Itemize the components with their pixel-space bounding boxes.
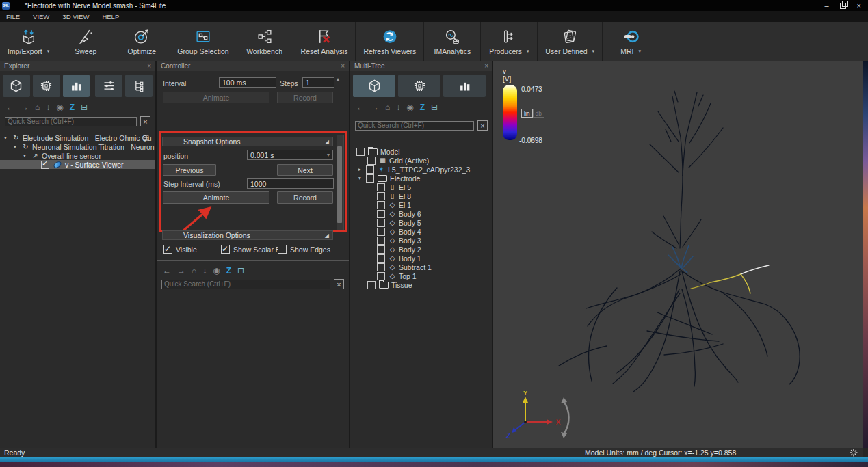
tab-simulation[interactable] [33,75,60,97]
section-collapse-icon[interactable]: ◢ [325,139,329,145]
toolbar-mri[interactable]: MRI▾ [603,22,659,61]
zoom-z-icon[interactable]: Z [70,103,75,112]
tree-row-surface-viewer[interactable]: v - Surface Viewer [0,160,155,169]
dropdown-caret-icon[interactable]: ▾ [527,49,529,54]
toolbar-workbench[interactable]: Workbench [237,22,293,61]
tree-row-el1[interactable]: ◇ El 1 [350,200,492,209]
zoom-z-icon[interactable]: Z [226,266,231,276]
section-collapse-icon[interactable]: ◢ [325,232,329,239]
down-icon[interactable]: ↓ [202,266,207,276]
tree-row-neuronal-simulation[interactable]: ▾ ↻ Neuronal Simulation Titration - Neur… [0,142,155,151]
tree-row-model[interactable]: Model [350,147,492,156]
previous-button[interactable]: Previous [163,164,216,176]
restore-button[interactable] [840,3,846,9]
visibility-checkbox[interactable] [366,165,374,174]
tree-row-neuron-model[interactable]: ▸ ✶ L5_TTPC2_cADpyr232_3 [350,165,492,174]
forward-icon[interactable]: → [371,103,379,112]
toolbar-refresh-viewers[interactable]: Refresh Viewers [356,22,424,61]
clear-search-icon[interactable]: × [334,279,344,289]
toolbar-producers[interactable]: Producers▾ [481,22,538,61]
toolbar-imanalytics[interactable]: IMAnalytics [424,22,481,61]
visibility-checkbox[interactable] [41,161,49,169]
panel-close-icon[interactable]: × [484,62,488,70]
explorer-search-input[interactable] [5,117,137,126]
expand-icon[interactable]: ▾ [14,144,21,150]
tree-row-body6[interactable]: ◇ Body 6 [350,209,492,218]
tab-analysis[interactable] [443,75,486,97]
visibility-checkbox[interactable] [367,281,376,289]
controller-scrollbar[interactable] [337,135,344,230]
snapshot-animate-button[interactable]: Animate [163,191,269,204]
home-icon[interactable]: ⌂ [35,103,40,112]
tree-row-line-sensor[interactable]: ▾ ↗ Overall line sensor [0,151,155,160]
tree-row-body2[interactable]: ◇ Body 2 [350,245,492,254]
menu-help[interactable]: HELP [102,13,119,21]
tree-row-body1[interactable]: ◇ Body 1 [350,254,492,263]
forward-icon[interactable]: → [177,266,185,276]
snapshot-options-header[interactable]: Snapshot Options ◢ [162,137,333,146]
tree-row-grid[interactable]: ▦ Grid (Active) [350,156,492,165]
expand-icon[interactable]: ▾ [4,135,12,141]
tree-row-electrode-simulation[interactable]: ▾ ↻ Electrode Simulation - Electro Ohmic… [0,133,155,142]
visibility-checkbox[interactable] [367,157,376,165]
tab-properties[interactable] [95,75,122,97]
visualization-options-header[interactable]: Visualization Options ◢ [162,230,333,240]
snapshot-record-button[interactable]: Record [277,191,333,204]
visibility-checkbox[interactable] [377,201,385,209]
viewport-3d[interactable]: v [V] 0.0473 lin db -0.0698 Y X [493,61,863,448]
visibility-checkbox[interactable] [377,237,385,245]
expand-icon[interactable]: ▾ [23,152,31,159]
show-edges-checkbox-row[interactable]: Show Edges [278,245,330,254]
scale-lin-button[interactable]: lin [521,109,533,118]
tree-row-body3[interactable]: ◇ Body 3 [350,236,492,245]
visibility-checkbox[interactable] [377,228,385,236]
tree-row-top1[interactable]: ◇ Top 1 [350,271,492,280]
toolbar-reset-analysis[interactable]: Reset Analysis [293,22,356,61]
tree-row-body5[interactable]: ◇ Body 5 [350,218,492,227]
multitree-search-input[interactable] [355,121,474,131]
visibility-checkbox[interactable] [377,254,385,263]
tab-hierarchy[interactable] [125,75,153,97]
visibility-checkbox[interactable] [377,245,385,254]
clear-search-icon[interactable]: × [477,120,488,131]
dropdown-caret-icon[interactable]: ▾ [592,49,595,54]
expand-icon[interactable]: ▸ [358,166,366,172]
down-icon[interactable]: ↓ [396,103,400,112]
back-icon[interactable]: ← [163,266,171,276]
expand-icon[interactable]: ▾ [358,175,366,181]
box-minus-icon[interactable]: ⊟ [431,103,438,112]
next-button[interactable]: Next [277,164,333,176]
close-button[interactable]: × [857,2,861,9]
eye-icon[interactable]: ◉ [406,103,413,112]
clear-search-icon[interactable]: × [140,116,150,126]
toolbar-imp-export[interactable]: Imp/Export▾ [0,22,57,61]
toolbar-optimize[interactable]: Optimize [114,22,170,61]
tree-row-body4[interactable]: ◇ Body 4 [350,227,492,236]
visibility-checkbox[interactable] [377,183,385,191]
interval-input[interactable] [219,77,276,88]
home-icon[interactable]: ⌂ [192,266,196,276]
menu-view[interactable]: VIEW [33,13,49,21]
steps-input[interactable] [302,77,334,88]
tree-row-el8[interactable]: ▯ El 8 [350,191,492,200]
visibility-checkbox[interactable] [377,192,385,200]
eye-icon[interactable]: ◉ [56,103,63,112]
tab-model-3d[interactable] [3,75,30,97]
scalar-bar-checkbox[interactable] [221,245,230,254]
tree-row-subtract1[interactable]: ◇ Subtract 1 [350,263,492,271]
zoom-z-icon[interactable]: Z [420,103,425,112]
visible-checkbox[interactable] [163,245,172,254]
toolbar-user-defined[interactable]: User Defined▾ [538,22,603,61]
menu-file[interactable]: FILE [6,13,20,21]
position-dropdown[interactable]: 0.001 s ▾ [247,150,333,160]
tree-row-tissue[interactable]: Tissue [350,280,492,289]
box-minus-icon[interactable]: ⊟ [237,266,244,276]
forward-icon[interactable]: → [21,103,29,112]
home-icon[interactable]: ⌂ [385,103,390,112]
tree-row-el5[interactable]: ▯ El 5 [350,183,492,191]
panel-close-icon[interactable]: × [147,62,151,70]
eye-icon[interactable]: ◉ [213,266,220,276]
toolbar-group-selection[interactable]: Group Selection [170,22,236,61]
step-interval-input[interactable] [247,178,334,189]
back-icon[interactable]: ← [356,103,365,112]
